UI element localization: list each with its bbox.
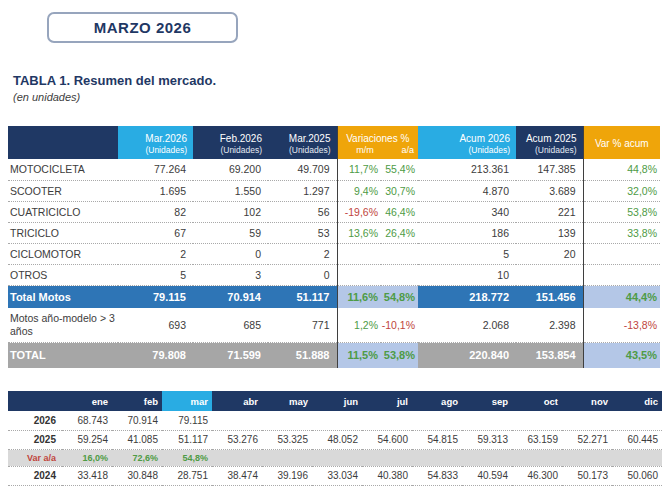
- row-cuatriciclo: CUATRICICLO8210256-19,6%46,4%34022153,8%: [8, 201, 660, 222]
- row-scooter: SCOOTER1.6951.5501.2979,4%30,7%4.8703.68…: [8, 180, 660, 201]
- monthly-2024-abr: 38.474: [212, 466, 262, 485]
- ciclomotor-feb-2026: 0: [193, 243, 268, 264]
- motocicleta-label: MOTOCICLETA: [8, 159, 118, 180]
- monthly-2026-sep: [462, 411, 512, 430]
- table-title: TABLA 1. Resumen del mercado.: [13, 73, 216, 88]
- ciclomotor-mar-2026: 2: [118, 243, 193, 264]
- triciclo-feb-2026: 59: [193, 222, 268, 243]
- motocicleta-feb-2026: 69.200: [193, 159, 268, 180]
- motocicleta-mar-2025: 49.709: [268, 159, 337, 180]
- monthly-2025-jun: 48.052: [312, 430, 362, 449]
- total-label: TOTAL: [8, 342, 118, 368]
- monthly-var-a-a-dic: [612, 449, 662, 466]
- cuatriciclo-aa: 46,4%: [381, 201, 418, 222]
- scooter-label: SCOOTER: [8, 180, 118, 201]
- total-motos-mm: 11,6%: [337, 285, 381, 308]
- monthly-2026-mar: 79.115: [162, 411, 212, 430]
- monthly-2026-label: 2026: [8, 411, 62, 430]
- triciclo-acum-2026: 186: [418, 222, 516, 243]
- monthly-var-a-a-ene: 16,0%: [62, 449, 112, 466]
- monthly-2025-mar: 51.117: [162, 430, 212, 449]
- total-motos-mar-2025: 51.117: [268, 285, 337, 308]
- monthly-var-a-a-mar: 54,8%: [162, 449, 212, 466]
- row-triciclo: TRICICLO67595313,6%26,4%18613933,8%: [8, 222, 660, 243]
- otros-acum-2025: [516, 264, 583, 285]
- cuatriciclo-var-acum: 53,8%: [583, 201, 660, 222]
- summary-header-variaciones: Variaciones %m/ma/a: [337, 126, 418, 159]
- monthly-header-ago: ago: [412, 391, 462, 411]
- summary-header-acum-2026: Acum 2026(Unidades): [418, 126, 516, 159]
- monthly-2025-sep: 59.313: [462, 430, 512, 449]
- monthly-2026-nov: [562, 411, 612, 430]
- monthly-var-a-a-nov: [562, 449, 612, 466]
- monthly-2024-ago: 54.833: [412, 466, 462, 485]
- ciclomotor-var-acum: [583, 243, 660, 264]
- motocicleta-mm: 11,7%: [337, 159, 381, 180]
- monthly-var-a-a-sep: [462, 449, 512, 466]
- motocicleta-aa: 55,4%: [381, 159, 418, 180]
- monthly-var-a-a-jun: [312, 449, 362, 466]
- monthly-2024-sep: 40.594: [462, 466, 512, 485]
- triciclo-mar-2025: 53: [268, 222, 337, 243]
- monthly-header-sep: sep: [462, 391, 512, 411]
- otros-acum-2026: 10: [418, 264, 516, 285]
- total-motos-feb-2026: 70.914: [193, 285, 268, 308]
- total-motos-mar-2026: 79.115: [118, 285, 193, 308]
- monthly-history-table: enefebmarabrmayjunjulagosepoctnovdic2026…: [8, 391, 662, 486]
- monthly-header-ene: ene: [62, 391, 112, 411]
- triciclo-mm: 13,6%: [337, 222, 381, 243]
- scooter-mar-2026: 1.695: [118, 180, 193, 201]
- monthly-row-2025: 202559.25441.08551.11753.27653.32548.052…: [8, 430, 662, 449]
- total-motos-label: Total Motos: [8, 285, 118, 308]
- motos-ano-modelo-3-anos-label: Motos año-modelo > 3 años: [8, 308, 118, 342]
- monthly-2024-nov: 50.173: [562, 466, 612, 485]
- motos-ano-modelo-3-anos-acum-2026: 2.068: [418, 308, 516, 342]
- monthly-2025-label: 2025: [8, 430, 62, 449]
- total-aa: 53,8%: [381, 342, 418, 368]
- total-acum-2026: 220.840: [418, 342, 516, 368]
- ciclomotor-aa: [381, 243, 418, 264]
- cuatriciclo-mm: -19,6%: [337, 201, 381, 222]
- summary-header-row-label: [8, 126, 118, 159]
- scooter-var-acum: 32,0%: [583, 180, 660, 201]
- row-total-motos: Total Motos79.11570.91451.11711,6%54,8%2…: [8, 285, 660, 308]
- monthly-var-a-a-abr: [212, 449, 262, 466]
- monthly-2026-may: [262, 411, 312, 430]
- scooter-aa: 30,7%: [381, 180, 418, 201]
- monthly-2024-jun: 33.034: [312, 466, 362, 485]
- monthly-2025-feb: 41.085: [112, 430, 162, 449]
- period-selector-button[interactable]: MARZO 2026: [47, 12, 238, 43]
- summary-header-var-acum: Var % acum: [583, 126, 660, 159]
- summary-header-mar-2025: Mar.2025(Unidades): [268, 126, 337, 159]
- motocicleta-acum-2026: 213.361: [418, 159, 516, 180]
- cuatriciclo-mar-2026: 82: [118, 201, 193, 222]
- row-motocicleta: MOTOCICLETA77.26469.20049.70911,7%55,4%2…: [8, 159, 660, 180]
- table-subtitle: (en unidades): [13, 91, 80, 103]
- motocicleta-mar-2026: 77.264: [118, 159, 193, 180]
- triciclo-var-acum: 33,8%: [583, 222, 660, 243]
- monthly-2026-feb: 70.914: [112, 411, 162, 430]
- monthly-header-jun: jun: [312, 391, 362, 411]
- total-motos-acum-2026: 218.772: [418, 285, 516, 308]
- monthly-header-dic: dic: [612, 391, 662, 411]
- otros-mm: [337, 264, 381, 285]
- otros-aa: [381, 264, 418, 285]
- otros-mar-2025: 0: [268, 264, 337, 285]
- summary-header-mar-2026: Mar.2026(Unidades): [118, 126, 193, 159]
- total-motos-aa: 54,8%: [381, 285, 418, 308]
- monthly-header-mar: mar: [162, 391, 212, 411]
- monthly-2025-oct: 63.159: [512, 430, 562, 449]
- motos-ano-modelo-3-anos-mm: 1,2%: [337, 308, 381, 342]
- monthly-2024-feb: 30.848: [112, 466, 162, 485]
- summary-header-feb-2026: Feb.2026(Unidades): [193, 126, 268, 159]
- total-mar-2025: 51.888: [268, 342, 337, 368]
- monthly-2026-jun: [312, 411, 362, 430]
- monthly-header-jul: jul: [362, 391, 412, 411]
- monthly-var-a-a-ago: [412, 449, 462, 466]
- monthly-2025-may: 53.325: [262, 430, 312, 449]
- triciclo-mar-2026: 67: [118, 222, 193, 243]
- monthly-header-oct: oct: [512, 391, 562, 411]
- row-otros: OTROS53010: [8, 264, 660, 285]
- motos-ano-modelo-3-anos-mar-2026: 693: [118, 308, 193, 342]
- scooter-acum-2026: 4.870: [418, 180, 516, 201]
